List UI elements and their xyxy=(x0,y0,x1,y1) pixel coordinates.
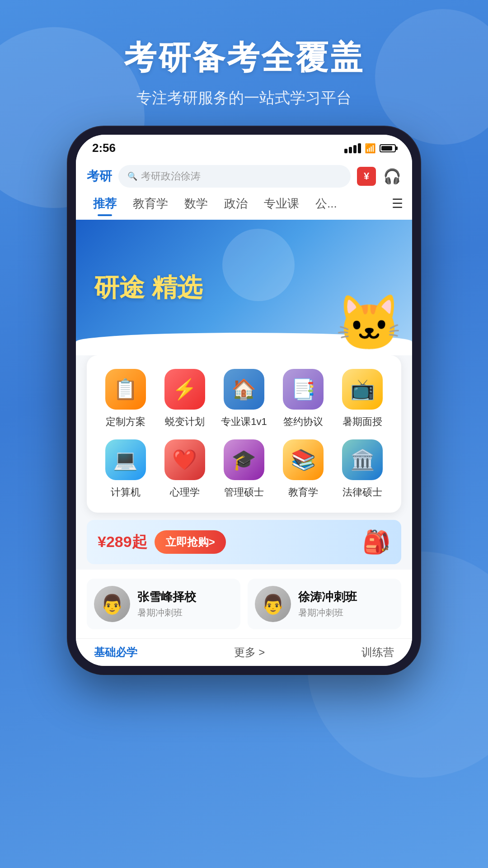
nav-menu-icon[interactable]: ☰ xyxy=(392,196,403,211)
header-icons: ¥ 🎧 xyxy=(357,167,401,186)
menu-item-contract[interactable]: 📑 签约协议 xyxy=(274,369,333,429)
menu-icon-computer: 💻 xyxy=(105,439,146,480)
promo-illustration: 🎒 xyxy=(362,529,390,555)
promo-strip[interactable]: ¥289起 立即抢购> 🎒 xyxy=(87,520,401,564)
teacher-class-zhang: 暑期冲刺班 xyxy=(137,607,233,619)
bottom-tab-camp[interactable]: 训练营 xyxy=(361,645,394,660)
status-bar: 2:56 📶 xyxy=(76,135,412,159)
menu-item-major-1v1[interactable]: 🏠 专业课1v1 xyxy=(214,369,273,429)
menu-item-law[interactable]: 🏛️ 法律硕士 xyxy=(333,439,392,499)
teacher-section: 👨 张雪峰择校 暑期冲刺班 👨 徐涛冲刺班 暑期冲刺班 xyxy=(76,570,412,638)
top-section: 考研备考全覆盖 专注考研服务的一站式学习平台 xyxy=(0,0,488,108)
nav-tab-recommend[interactable]: 推荐 xyxy=(85,193,125,214)
menu-item-summer-class[interactable]: 📺 暑期面授 xyxy=(333,369,392,429)
bottom-tab-basic[interactable]: 基础必学 xyxy=(94,645,137,660)
teacher-card-zhang[interactable]: 👨 张雪峰择校 暑期冲刺班 xyxy=(87,579,240,629)
menu-icon-transformation: ⚡ xyxy=(164,369,205,410)
menu-item-computer[interactable]: 💻 计算机 xyxy=(96,439,155,499)
menu-label-law: 法律硕士 xyxy=(343,486,382,499)
sub-title: 专注考研服务的一站式学习平台 xyxy=(0,88,488,108)
teacher-info-zhang: 张雪峰择校 暑期冲刺班 xyxy=(137,589,233,619)
menu-item-custom-plan[interactable]: 📋 定制方案 xyxy=(96,369,155,429)
battery-icon xyxy=(380,144,396,152)
search-icon: 🔍 xyxy=(127,171,137,181)
menu-icon-education: 📚 xyxy=(283,439,324,480)
menu-label-computer: 计算机 xyxy=(111,486,141,499)
promo-button[interactable]: 立即抢购> xyxy=(155,530,226,554)
menu-item-education[interactable]: 📚 教育学 xyxy=(274,439,333,499)
teacher-info-xu: 徐涛冲刺班 暑期冲刺班 xyxy=(298,589,394,619)
teacher-avatar-xu: 👨 xyxy=(255,586,291,622)
menu-label-custom-plan: 定制方案 xyxy=(106,415,145,429)
menu-icon-summer-class: 📺 xyxy=(342,369,383,410)
menu-icon-psychology: ❤️ xyxy=(164,439,205,480)
phone-frame: 2:56 📶 考研 🔍 考研政治徐涛 xyxy=(68,127,420,674)
battery-fill xyxy=(381,146,392,151)
menu-item-transformation[interactable]: ⚡ 蜕变计划 xyxy=(155,369,214,429)
quick-menu-grid: 📋 定制方案 ⚡ 蜕变计划 🏠 专业课1v1 📑 签约协议 📺 暑期 xyxy=(87,355,401,513)
nav-tab-major[interactable]: 专业课 xyxy=(256,193,307,214)
menu-item-psychology[interactable]: ❤️ 心理学 xyxy=(155,439,214,499)
bottom-hint-tabs: 基础必学 更多 > 训练营 xyxy=(76,638,412,666)
menu-icon-law: 🏛️ xyxy=(342,439,383,480)
signal-icon xyxy=(344,143,361,153)
phone-screen: 2:56 📶 考研 🔍 考研政治徐涛 xyxy=(76,135,412,666)
menu-item-mba[interactable]: 🎓 管理硕士 xyxy=(214,439,273,499)
menu-label-psychology: 心理学 xyxy=(170,486,200,499)
nav-tabs: 推荐 教育学 数学 政治 专业课 公... ☰ xyxy=(76,193,412,220)
menu-label-summer-class: 暑期面授 xyxy=(343,415,382,429)
nav-tab-education[interactable]: 教育学 xyxy=(125,193,176,214)
menu-label-major-1v1: 专业课1v1 xyxy=(221,415,267,429)
status-time: 2:56 xyxy=(92,141,116,155)
wifi-icon: 📶 xyxy=(365,143,376,154)
banner-text: 研途 精选 xyxy=(94,272,202,302)
teacher-cards: 👨 张雪峰择校 暑期冲刺班 👨 徐涛冲刺班 暑期冲刺班 xyxy=(87,579,401,629)
teacher-class-xu: 暑期冲刺班 xyxy=(298,607,394,619)
menu-label-contract: 签约协议 xyxy=(283,415,323,429)
main-title: 考研备考全覆盖 xyxy=(0,36,488,80)
menu-icon-mba: 🎓 xyxy=(224,439,264,480)
menu-icon-custom-plan: 📋 xyxy=(105,369,146,410)
app-header: 考研 🔍 考研政治徐涛 ¥ 🎧 xyxy=(76,159,412,193)
nav-tab-politics[interactable]: 政治 xyxy=(216,193,256,214)
menu-label-education: 教育学 xyxy=(288,486,318,499)
nav-tab-more[interactable]: 公... xyxy=(307,193,345,214)
hero-banner[interactable]: 研途 精选 YANTU 🐱 xyxy=(76,220,412,355)
promo-price: ¥289起 xyxy=(98,532,147,552)
teacher-name-zhang: 张雪峰择校 xyxy=(137,589,233,605)
mascot-character: 🐱 xyxy=(335,292,403,355)
menu-icon-major-1v1: 🏠 xyxy=(224,369,264,410)
search-placeholder: 考研政治徐涛 xyxy=(141,170,201,183)
menu-label-mba: 管理硕士 xyxy=(224,486,264,499)
status-icons: 📶 xyxy=(344,143,396,154)
teacher-avatar-zhang: 👨 xyxy=(94,586,130,622)
bottom-tab-more[interactable]: 更多 > xyxy=(234,645,265,660)
menu-label-transformation: 蜕变计划 xyxy=(165,415,205,429)
nav-tab-math[interactable]: 数学 xyxy=(176,193,216,214)
menu-icon-contract: 📑 xyxy=(283,369,324,410)
search-bar[interactable]: 🔍 考研政治徐涛 xyxy=(118,165,351,188)
phone-mockup: 2:56 📶 考研 🔍 考研政治徐涛 xyxy=(68,127,420,674)
coupon-button[interactable]: ¥ xyxy=(357,167,376,186)
banner-decoration xyxy=(222,229,295,301)
headphone-icon[interactable]: 🎧 xyxy=(383,168,401,185)
teacher-card-xu[interactable]: 👨 徐涛冲刺班 暑期冲刺班 xyxy=(248,579,401,629)
app-logo: 考研 xyxy=(87,168,112,185)
coupon-label: ¥ xyxy=(364,170,369,182)
teacher-name-xu: 徐涛冲刺班 xyxy=(298,589,394,605)
